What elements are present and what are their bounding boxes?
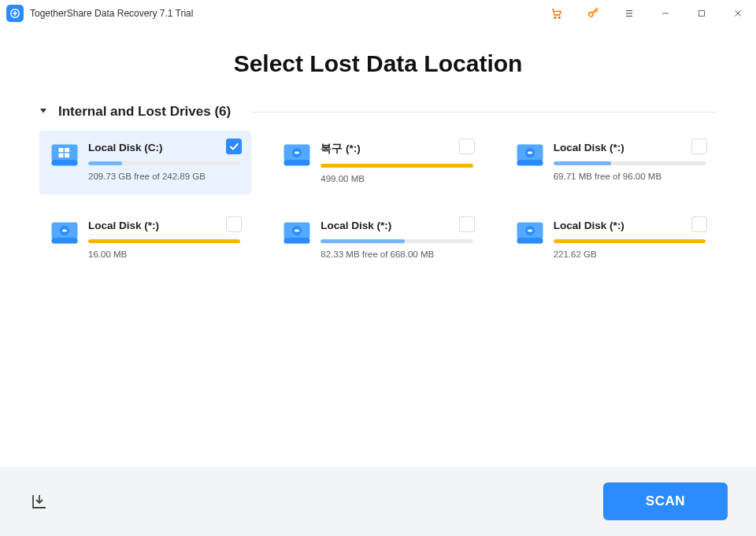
svg-rect-39 [528, 230, 532, 232]
drive-subtext: 209.73 GB free of 242.89 GB [88, 172, 240, 181]
main-content: Select Lost Data Location Internal and L… [0, 27, 756, 270]
section-header[interactable]: Internal and Lost Drives (6) [39, 104, 717, 120]
drive-usage-bar [88, 161, 240, 165]
drive-checkbox[interactable] [691, 216, 707, 232]
drive-subtext: 221.62 GB [554, 250, 706, 259]
drive-body: Local Disk (C:)209.73 GB free of 242.89 … [88, 142, 240, 181]
svg-rect-37 [517, 238, 543, 244]
import-button[interactable] [28, 490, 50, 512]
drive-icon [283, 221, 311, 245]
drive-icon [50, 221, 79, 245]
svg-rect-21 [284, 160, 310, 166]
svg-point-3 [554, 17, 556, 18]
svg-rect-10 [699, 11, 705, 17]
svg-rect-25 [517, 160, 543, 166]
app-logo-icon [6, 5, 24, 22]
footer-bar: SCAN [0, 467, 756, 536]
drive-name: Local Disk (*:) [88, 220, 240, 231]
collapse-caret-icon [39, 108, 47, 116]
drive-usage-bar [88, 239, 240, 243]
maximize-button[interactable] [684, 0, 720, 27]
drive-body: Local Disk (*:)221.62 GB [554, 220, 706, 259]
drive-body: Local Disk (*:)69.71 MB free of 96.00 MB [554, 142, 706, 181]
drive-checkbox[interactable] [691, 139, 707, 154]
scan-button[interactable]: SCAN [603, 482, 728, 520]
svg-rect-17 [65, 148, 69, 152]
svg-rect-15 [52, 160, 78, 166]
drive-card[interactable]: Local Disk (*:)69.71 MB free of 96.00 MB [505, 131, 717, 194]
drive-card[interactable]: Local Disk (C:)209.73 GB free of 242.89 … [39, 131, 251, 194]
svg-rect-19 [65, 153, 69, 157]
app-title: TogetherShare Data Recovery 7.1 Trial [30, 8, 193, 19]
drive-icon [50, 143, 79, 167]
drive-name: Local Disk (*:) [321, 220, 472, 231]
svg-rect-31 [62, 230, 67, 232]
minimize-button[interactable] [647, 0, 684, 27]
drive-subtext: 16.00 MB [88, 250, 240, 259]
drive-body: Local Disk (*:)82.33 MB free of 668.00 M… [321, 220, 472, 259]
svg-rect-33 [284, 238, 310, 244]
drive-body: Local Disk (*:)16.00 MB [88, 220, 240, 259]
drive-checkbox[interactable] [226, 216, 242, 232]
drive-subtext: 69.71 MB free of 96.00 MB [554, 172, 706, 181]
drive-icon [516, 143, 544, 167]
svg-rect-29 [52, 238, 78, 244]
drive-name: Local Disk (*:) [554, 142, 706, 153]
drive-name: 복구 (*:) [321, 142, 472, 156]
titlebar: TogetherShare Data Recovery 7.1 Trial [0, 0, 756, 27]
drive-card[interactable]: 복구 (*:)499.00 MB [272, 131, 484, 194]
svg-rect-23 [295, 152, 299, 154]
svg-marker-13 [40, 109, 46, 113]
drive-name: Local Disk (C:) [88, 142, 240, 153]
close-button[interactable] [720, 0, 756, 27]
drive-usage-bar [321, 164, 472, 168]
drive-name: Local Disk (*:) [554, 220, 706, 231]
menu-icon[interactable] [611, 0, 647, 27]
drive-checkbox[interactable] [459, 216, 475, 232]
drive-grid: Local Disk (C:)209.73 GB free of 242.89 … [39, 131, 717, 270]
key-icon[interactable] [575, 0, 611, 27]
drive-body: 복구 (*:)499.00 MB [321, 142, 472, 183]
section-divider [251, 112, 717, 113]
drive-icon [516, 221, 544, 245]
svg-rect-35 [295, 230, 299, 232]
page-title: Select Lost Data Location [24, 50, 732, 77]
drive-usage-bar [321, 239, 472, 243]
drive-checkbox[interactable] [226, 139, 242, 154]
svg-rect-27 [528, 152, 532, 154]
drive-checkbox[interactable] [459, 139, 475, 154]
drive-icon [283, 143, 311, 167]
svg-point-4 [558, 17, 560, 18]
drive-subtext: 82.33 MB free of 668.00 MB [321, 250, 472, 259]
drive-usage-bar [554, 239, 706, 243]
drive-card[interactable]: Local Disk (*:)16.00 MB [39, 209, 251, 270]
cart-icon[interactable] [539, 0, 575, 27]
drive-card[interactable]: Local Disk (*:)82.33 MB free of 668.00 M… [272, 209, 484, 270]
drive-subtext: 499.00 MB [321, 174, 472, 183]
svg-rect-16 [59, 148, 64, 152]
section-title: Internal and Lost Drives (6) [58, 104, 231, 120]
svg-rect-14 [52, 145, 78, 161]
drive-card[interactable]: Local Disk (*:)221.62 GB [505, 209, 717, 270]
drive-usage-bar [554, 161, 706, 165]
svg-rect-18 [59, 153, 64, 157]
